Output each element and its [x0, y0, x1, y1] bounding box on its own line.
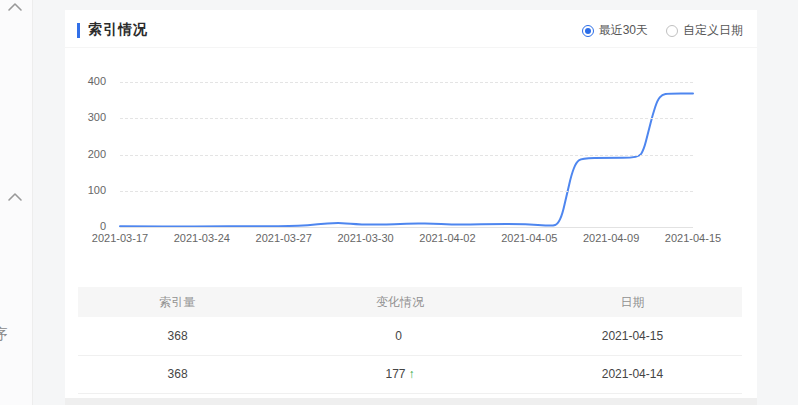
x-axis-line [120, 227, 693, 228]
x-tick-label: 2021-04-15 [665, 232, 721, 244]
gridline [120, 82, 693, 83]
x-tick-label: 2021-04-09 [583, 232, 639, 244]
table-header-row: 索引量 变化情况 日期 [78, 287, 742, 317]
radio-custom-date[interactable]: 自定义日期 [666, 22, 743, 39]
radio-unselected-icon[interactable] [666, 25, 678, 37]
partial-next-row-band [65, 398, 757, 405]
card-header: 索引情况 最近30天 自定义日期 [65, 10, 757, 48]
y-axis-labels: 4003002001000 [65, 82, 113, 227]
radio-label[interactable]: 自定义日期 [683, 22, 743, 39]
x-tick-label: 2021-03-24 [174, 232, 230, 244]
title-accent-bar [77, 23, 80, 38]
y-tick-label: 200 [88, 148, 106, 160]
table-row: 368 0 2021-04-15 [78, 317, 742, 355]
y-tick-label: 300 [88, 111, 106, 123]
line-chart-plot [120, 82, 693, 227]
date-cell: 2021-04-15 [523, 317, 742, 355]
index-volume-cell: 368 [78, 317, 277, 355]
page-title: 索引情况 [88, 21, 148, 39]
gridline [120, 118, 693, 119]
index-volume-cell: 368 [78, 355, 277, 393]
change-value: 0 [395, 329, 402, 343]
index-table-wrap: 索引量 变化情况 日期 368 0 2021-04-15 368 [78, 287, 742, 394]
index-line-path [120, 94, 693, 227]
chevron-up-icon[interactable] [7, 192, 23, 202]
change-value: 177 [386, 367, 406, 381]
radio-last-30-days[interactable]: 最近30天 [582, 22, 648, 39]
table-row: 368 177↑ 2021-04-14 [78, 355, 742, 393]
x-tick-label: 2021-03-17 [92, 232, 148, 244]
index-table: 索引量 变化情况 日期 368 0 2021-04-15 368 [78, 287, 742, 394]
x-axis-labels: 2021-03-172021-03-242021-03-272021-03-30… [120, 232, 693, 248]
col-header-date: 日期 [523, 287, 742, 317]
up-arrow-icon: ↑ [409, 367, 415, 381]
index-status-card: 索引情况 最近30天 自定义日期 4003002001000 2021-03-1… [65, 10, 757, 405]
change-cell: 177↑ [277, 355, 523, 393]
change-cell: 0 [277, 317, 523, 355]
radio-label[interactable]: 最近30天 [599, 22, 648, 39]
x-tick-label: 2021-04-05 [501, 232, 557, 244]
y-tick-label: 100 [88, 184, 106, 196]
x-tick-label: 2021-03-27 [256, 232, 312, 244]
gridline [120, 155, 693, 156]
col-header-index-volume: 索引量 [78, 287, 277, 317]
clipped-sidebar-text: 序 [0, 325, 8, 344]
x-tick-label: 2021-04-02 [419, 232, 475, 244]
x-tick-label: 2021-03-30 [337, 232, 393, 244]
date-cell: 2021-04-14 [523, 355, 742, 393]
title-wrap: 索引情况 [77, 21, 148, 39]
y-tick-label: 0 [100, 220, 106, 232]
gridline [120, 191, 693, 192]
col-header-change: 变化情况 [277, 287, 523, 317]
page: 序 索引情况 最近30天 自定义日期 4003002001000 [0, 0, 798, 405]
y-tick-label: 400 [88, 75, 106, 87]
collapsed-sidebar: 序 [0, 0, 33, 405]
chevron-up-icon[interactable] [7, 2, 23, 12]
radio-selected-icon[interactable] [582, 25, 594, 37]
date-range-radios: 最近30天 自定义日期 [564, 22, 743, 39]
